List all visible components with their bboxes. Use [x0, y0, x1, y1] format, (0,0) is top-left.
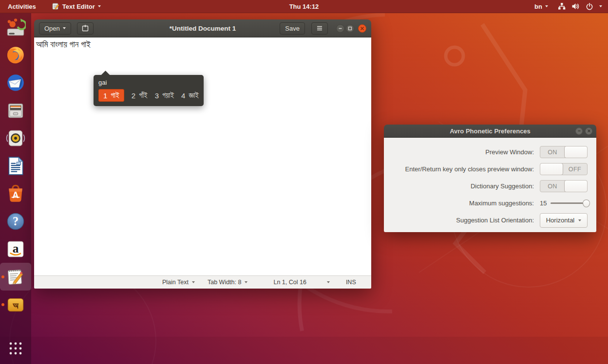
switch-state-label: ON	[540, 183, 565, 190]
prefs-window-title: Avro Phonetic Preferences	[384, 127, 596, 135]
close-button[interactable]	[358, 24, 366, 33]
rhythmbox-icon	[5, 128, 26, 148]
suggestion-item-1[interactable]: 1 গাই	[98, 89, 124, 102]
avro-preferences-window: Avro Phonetic Preferences Preview Window…	[384, 125, 596, 232]
gedit-window: Open *Untitled Document 1 Save	[34, 19, 371, 289]
gedit-statusbar: Plain Text Tab Width: 8 Ln 1, Col 16 INS	[34, 275, 371, 289]
clock-button[interactable]: Thu 14:12	[289, 3, 319, 10]
chevron-down-icon	[245, 281, 247, 283]
suggestion-list: 1 গাই 2 গাঁই 3 গয়াই 4 জ্ঞাই	[98, 89, 199, 102]
dock-item-software-updater[interactable]	[0, 13, 31, 41]
new-document-button[interactable]	[77, 22, 94, 35]
prefs-close-button[interactable]	[585, 127, 592, 135]
suggestion-item-3[interactable]: 3 গয়াই	[155, 91, 174, 100]
suggestion-index: 2	[132, 91, 135, 100]
suggestion-word: গয়াই	[162, 91, 174, 100]
pref-label: Suggestion List Orientation:	[389, 217, 534, 224]
volume-icon	[571, 2, 580, 10]
cursor-position-label: Ln 1, Col 16	[273, 279, 306, 286]
pref-row-maximum-suggestions: Maximum suggestions: 15	[389, 195, 589, 212]
system-status-area[interactable]	[558, 2, 602, 10]
ubuntu-software-letter: A	[13, 190, 19, 200]
slider-thumb[interactable]	[583, 200, 590, 207]
firefox-icon	[5, 45, 26, 65]
minimize-icon	[577, 129, 581, 133]
app-menu-label: Text Editor	[62, 3, 95, 10]
prefs-titlebar[interactable]: Avro Phonetic Preferences	[384, 125, 596, 138]
dock-item-libreoffice-writer[interactable]	[0, 152, 31, 180]
dock-item-text-editor[interactable]	[0, 263, 31, 291]
close-icon	[587, 129, 591, 133]
insert-mode-indicator[interactable]: INS	[346, 279, 356, 286]
ubuntu-dock: A ? a	[0, 13, 31, 364]
prefs-minimize-button[interactable]	[575, 127, 583, 135]
insert-mode-label: INS	[346, 279, 356, 286]
menu-button[interactable]	[311, 22, 328, 35]
dock-item-rhythmbox[interactable]	[0, 124, 31, 152]
gedit-headerbar[interactable]: Open *Untitled Document 1 Save	[34, 19, 371, 37]
dock-item-files[interactable]	[0, 96, 31, 124]
open-button[interactable]: Open	[39, 22, 71, 35]
suggestion-item-2[interactable]: 2 গাঁই	[132, 91, 148, 100]
suggestion-item-4[interactable]: 4 জ্ঞাই	[181, 91, 199, 100]
amazon-icon: a	[5, 239, 26, 259]
dock-item-thunderbird[interactable]	[0, 69, 31, 96]
language-mode-label: Plain Text	[162, 279, 189, 286]
app-menu-button[interactable]: Text Editor	[49, 0, 104, 13]
statusbar-dropdown[interactable]	[327, 281, 330, 283]
pref-label: Enter/Return key only closes preview win…	[389, 165, 534, 173]
minimize-icon	[338, 26, 342, 31]
minimize-button[interactable]	[336, 24, 344, 33]
suggestion-index: 1	[103, 91, 107, 100]
running-indicator-dot	[1, 275, 4, 278]
app-grid-icon	[7, 340, 24, 357]
switch-state-label: OFF	[563, 166, 587, 173]
power-icon	[586, 2, 593, 10]
dock-item-help[interactable]: ?	[0, 207, 31, 235]
preview-window-switch[interactable]: ON	[540, 146, 588, 158]
activities-button[interactable]: Activities	[5, 0, 39, 13]
chevron-down-icon	[578, 219, 581, 221]
text-area[interactable]: আমি বাংলায় গান গাই gai 1 গাই 2 গাঁই 3 গ…	[34, 37, 371, 275]
maximize-button[interactable]	[346, 24, 354, 33]
pref-label: Dictionary Suggestion:	[389, 182, 534, 190]
chevron-down-icon	[327, 281, 330, 283]
typed-roman-text: gai	[98, 79, 199, 86]
text-editor-mini-icon	[52, 2, 59, 10]
pref-row-enter-closes-preview: Enter/Return key only closes preview win…	[389, 161, 589, 178]
keyboard-layout-indicator[interactable]: bn	[532, 0, 551, 13]
activities-label: Activities	[8, 3, 36, 10]
switch-knob	[540, 163, 563, 175]
orientation-dropdown[interactable]: Horizontal	[540, 213, 588, 228]
pref-label: Maximum suggestions:	[389, 200, 534, 207]
show-applications-button[interactable]	[0, 334, 31, 362]
dock-item-ubuntu-software[interactable]: A	[0, 180, 31, 207]
hamburger-menu-icon	[316, 25, 323, 31]
save-button[interactable]: Save	[280, 22, 305, 35]
orientation-value: Horizontal	[546, 217, 575, 224]
chevron-down-icon	[545, 5, 548, 7]
dock-item-amazon[interactable]: a	[0, 235, 31, 263]
dictionary-suggestion-switch[interactable]: ON	[540, 180, 588, 192]
prefs-body: Preview Window: ON Enter/Return key only…	[384, 138, 596, 232]
language-mode-selector[interactable]: Plain Text	[162, 279, 195, 286]
enter-closes-preview-switch[interactable]: OFF	[540, 163, 588, 175]
chevron-down-icon	[599, 5, 602, 7]
avro-bengali-glyph: অ	[12, 301, 19, 310]
max-suggestions-slider[interactable]	[551, 202, 589, 204]
software-updater-icon	[5, 17, 26, 37]
help-icon: ?	[5, 211, 26, 232]
pref-row-preview-window: Preview Window: ON	[389, 144, 589, 161]
tab-width-selector[interactable]: Tab Width: 8	[208, 279, 247, 286]
amazon-letter: a	[13, 242, 19, 255]
dock-item-avro-keyboard[interactable]: অ	[0, 291, 31, 318]
save-button-label: Save	[285, 25, 300, 32]
suggestion-word: গাই	[111, 91, 119, 100]
ubuntu-software-icon: A	[5, 183, 26, 204]
switch-state-label: ON	[540, 149, 565, 156]
switch-knob	[564, 180, 588, 192]
dock-item-firefox[interactable]	[0, 41, 31, 69]
cursor-position-button[interactable]: Ln 1, Col 16	[273, 279, 306, 286]
suggestion-index: 3	[155, 91, 159, 100]
switch-knob	[564, 146, 588, 158]
